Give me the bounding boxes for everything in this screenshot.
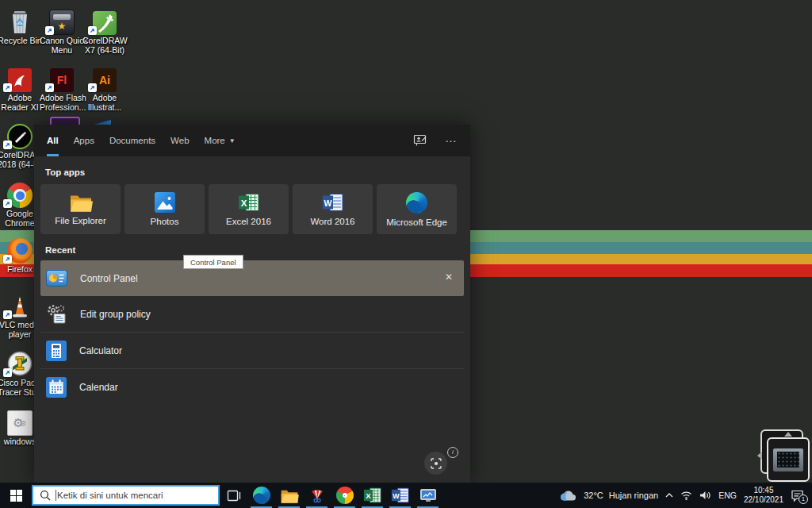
taskbar-app-edge[interactable] [247, 483, 275, 508]
photos-icon [155, 192, 175, 213]
desktop-icon-coreldraw-x7[interactable]: CorelDRAW X7 (64-Bit) [82, 5, 127, 55]
desktop-icon-adobe-reader[interactable]: Adobe Reader XI [0, 62, 42, 112]
task-view-button[interactable] [220, 483, 247, 508]
recent-item-edit-group-policy[interactable]: Edit group policy [40, 296, 464, 332]
weather-icon[interactable] [561, 490, 576, 501]
desktop-icon-adobe-illustrator[interactable]: Ai Adobe Illustrat... [82, 62, 127, 112]
system-tray: 32°C Hujan ringan ENG 10:45 22/10/2021 [561, 486, 812, 505]
shortcut-arrow-icon [45, 83, 54, 92]
desktop-icon-label: Adobe Flash [40, 94, 84, 103]
recent-item-label: Calculator [79, 345, 122, 356]
desktop-icon-label: X7 (64-Bit) [82, 46, 127, 56]
top-app-word[interactable]: W Word 2016 [293, 184, 373, 234]
recycle-bin-icon [7, 8, 33, 35]
tile-label: Photos [151, 217, 179, 226]
file-explorer-icon [69, 193, 93, 212]
task-view-icon [226, 489, 241, 502]
weather-text[interactable]: 32°C Hujan ringan [584, 491, 658, 500]
desktop-icon-label: Menu [40, 46, 84, 56]
arrow-up-icon [784, 432, 792, 437]
wifi-icon[interactable] [680, 491, 692, 500]
desktop-icon-adobe-flash[interactable]: Fl Adobe Flash Profession... [40, 62, 84, 112]
taskbar-app-word[interactable]: W [386, 483, 414, 508]
top-app-photos[interactable]: Photos [124, 184, 205, 234]
tile-label: File Explorer [55, 216, 106, 225]
edge-icon [406, 192, 427, 214]
desktop-icon-canon-quick-menu[interactable]: ★ Canon Quick Menu [40, 5, 84, 55]
top-app-excel[interactable]: X Excel 2016 [209, 184, 289, 234]
top-app-file-explorer[interactable]: File Explorer [40, 184, 121, 234]
search-with-screenshot-button[interactable] [424, 452, 447, 475]
display-switch-front-screen [767, 437, 810, 482]
desktop-icon-label: Reader XI [0, 103, 42, 113]
text-cursor [56, 490, 56, 501]
word-icon: W [391, 487, 409, 504]
word-letter: W [324, 198, 332, 208]
chevron-down-icon: ▼ [229, 137, 236, 144]
desktop-icon-label: Adobe [82, 94, 127, 103]
control-panel-icon [46, 270, 67, 287]
clock-date: 22/10/2021 [744, 495, 783, 505]
shortcut-arrow-icon [45, 26, 54, 35]
tab-documents[interactable]: Documents [109, 125, 155, 156]
display-switch-overlay [756, 429, 810, 482]
volume-icon[interactable] [699, 491, 711, 500]
calculator-icon [46, 341, 67, 361]
remove-recent-icon[interactable]: ✕ [445, 271, 453, 283]
gears-icon: ⚙ ⚙ [7, 410, 33, 436]
tab-all[interactable]: All [47, 125, 59, 156]
taskbar-app-excel[interactable]: X [358, 483, 386, 508]
taskbar-search-input[interactable]: Ketik di sini untuk mencari [32, 485, 220, 506]
shortcut-arrow-icon [3, 83, 12, 92]
desktop-icon-recycle-bin[interactable]: Recycle Bin [0, 5, 42, 46]
tooltip: Control Panel [183, 255, 243, 269]
clock-time: 10:45 [744, 486, 783, 495]
recent-item-label: Edit group policy [80, 309, 151, 320]
arrow-left-icon [757, 452, 762, 460]
top-app-microsoft-edge[interactable]: Microsoft Edge [377, 184, 457, 234]
desktop-icon-label: Illustrat... [82, 103, 127, 113]
tab-more[interactable]: More ▼ [205, 125, 236, 156]
more-options-icon[interactable]: … [445, 134, 458, 142]
desktop-icon-label: Adobe [0, 94, 42, 103]
taskbar-app-chrome[interactable] [331, 483, 358, 508]
clock[interactable]: 10:45 22/10/2021 [744, 486, 783, 505]
mini-screen [773, 448, 803, 471]
action-center-button[interactable]: 1 [791, 490, 804, 502]
start-button[interactable] [0, 483, 32, 508]
weather-temperature: 32°C [584, 491, 603, 500]
search-icon [40, 490, 51, 501]
feedback-icon[interactable] [413, 134, 427, 147]
top-apps-heading: Top apps [45, 167, 470, 177]
svg-text:W: W [393, 492, 400, 500]
windows-logo-icon [10, 490, 22, 502]
search-placeholder: Ketik di sini untuk mencari [57, 491, 163, 500]
excel-letter: X [241, 198, 247, 208]
recent-list: Control Panel ✕ Edit group policy [40, 260, 464, 405]
word-icon: W [322, 192, 343, 213]
tile-label: Microsoft Edge [386, 217, 447, 227]
group-policy-icon [46, 304, 67, 325]
file-explorer-icon [280, 488, 299, 503]
taskbar-app-control-panel[interactable] [414, 483, 442, 508]
tab-apps[interactable]: Apps [74, 125, 94, 156]
desktop-icon-label: Canon Quick [40, 37, 84, 46]
tray-expand-chevron-icon[interactable] [665, 493, 673, 498]
recent-item-calculator[interactable]: Calculator [40, 332, 464, 368]
info-icon[interactable]: i [447, 447, 458, 458]
language-indicator[interactable]: ENG [718, 491, 737, 500]
recent-item-calendar[interactable]: Calendar [40, 368, 464, 405]
excel-icon: X [238, 192, 259, 213]
recent-item-control-panel[interactable]: Control Panel ✕ [40, 260, 464, 296]
tile-label: Word 2016 [310, 217, 354, 226]
taskbar: Ketik di sini untuk mencari [0, 483, 812, 508]
taskbar-app-file-explorer[interactable] [275, 483, 303, 508]
tab-web[interactable]: Web [170, 125, 189, 156]
taskbar-app-fan-utility[interactable] [303, 483, 331, 508]
desktop-icon-label: CorelDRAW [82, 37, 127, 46]
recent-item-label: Control Panel [80, 273, 138, 284]
fan-app-icon [308, 487, 326, 504]
search-flyout-panel: All Apps Documents Web More ▼ … Top apps [34, 125, 470, 483]
tile-label: Excel 2016 [226, 217, 271, 226]
recent-item-label: Calendar [79, 382, 118, 393]
